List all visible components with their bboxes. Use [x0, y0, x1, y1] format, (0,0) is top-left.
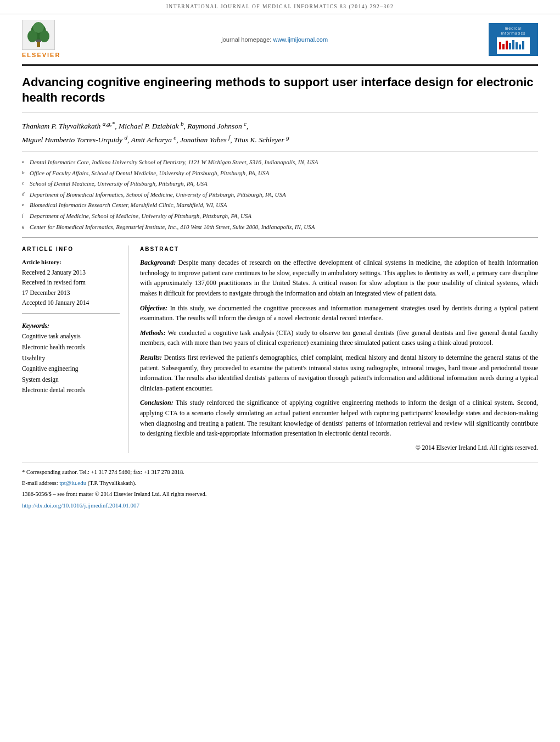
doi-line: http://dx.doi.org/10.1016/j.ijmedinf.201…: [22, 501, 538, 511]
background-label: Background:: [140, 259, 176, 266]
article-content: Advancing cognitive engineering methods …: [0, 66, 560, 523]
keyword-4: Cognitive engineering: [22, 364, 120, 375]
journal-homepage: journal homepage: www.ijmijournal.com: [221, 36, 328, 44]
article-history: Article history: Received 2 January 2013…: [22, 258, 120, 308]
affil-a: a Dental Informatics Core, Indiana Unive…: [22, 158, 538, 168]
journal-citation: INTERNATIONAL JOURNAL OF MEDICAL INFORMA…: [166, 4, 394, 9]
svg-rect-8: [499, 42, 501, 49]
svg-rect-12: [512, 40, 514, 49]
header-logos: ELSEVIER journal homepage: www.ijmijourn…: [0, 14, 560, 64]
affil-b: b Office of Faculty Affairs, School of D…: [22, 169, 538, 178]
affil-f: f Department of Medicine, School of Medi…: [22, 211, 538, 221]
objective-text: In this study, we documented the cogniti…: [140, 304, 538, 322]
conclusion-para: Conclusion: This study reinforced the si…: [140, 398, 538, 438]
affiliations: a Dental Informatics Core, Indiana Unive…: [22, 158, 538, 232]
page: INTERNATIONAL JOURNAL OF MEDICAL INFORMA…: [0, 0, 560, 742]
svg-rect-10: [506, 41, 508, 49]
history-label: Article history:: [22, 258, 120, 267]
mi-logo: medical informatics: [489, 23, 538, 56]
mi-logo-line1: medical: [497, 26, 530, 31]
revised-label: Received in revised form: [22, 277, 120, 287]
affil-sup-g: g: [22, 222, 27, 232]
affil-e: e Biomedical Informatics Research Center…: [22, 200, 538, 210]
mi-logo-line2: informatics: [497, 31, 530, 36]
revised-date: 17 December 2013: [22, 288, 120, 298]
email-suffix: (T.P. Thyvalikakath).: [86, 480, 136, 486]
article-info-column: ARTICLE INFO Article history: Received 2…: [22, 246, 129, 453]
keyword-5: System design: [22, 375, 120, 386]
results-label: Results:: [140, 354, 162, 361]
svg-rect-14: [519, 44, 521, 49]
homepage-label: journal homepage:: [221, 36, 271, 43]
methods-text: We conducted a cognitive task analysis (…: [140, 329, 538, 347]
background-text: Despite many decades of research on the …: [140, 259, 538, 297]
affil-d: d Department of Biomedical Informatics, …: [22, 190, 538, 200]
affil-sup-f: f: [22, 211, 27, 221]
affil-sup-e: e: [22, 200, 27, 210]
affil-divider: [22, 237, 538, 238]
svg-rect-11: [509, 43, 511, 49]
svg-rect-13: [516, 42, 518, 49]
author-torres: Miguel Humberto Torres-Urquidy d,: [22, 136, 129, 144]
results-text: Dentists first reviewed the patient's de…: [140, 354, 538, 392]
conclusion-text: This study reinforced the significance o…: [140, 399, 538, 437]
corresponding-note: * Corresponding author. Tel.: +1 317 274…: [22, 468, 538, 477]
author-dziabiak: Michael P. Dziabiak b,: [119, 122, 186, 130]
affil-sup-a: a: [22, 158, 27, 168]
affil-text-a: Dental Informatics Core, Indiana Univers…: [30, 158, 318, 168]
homepage-link[interactable]: www.ijmijournal.com: [273, 36, 328, 43]
conclusion-label: Conclusion:: [140, 399, 173, 406]
mi-logo-graphic: [498, 38, 529, 53]
affil-text-g: Center for Biomedical Informatics, Regen…: [30, 222, 315, 232]
elsevier-logo: ELSEVIER: [22, 20, 60, 59]
svg-rect-6: [36, 40, 41, 42]
methods-para: Methods: We conducted a cognitive task a…: [140, 328, 538, 348]
title-divider: [22, 113, 538, 113]
abstract-label-header: ABSTRACT: [140, 246, 538, 253]
info-divider: [22, 313, 120, 314]
methods-label: Methods:: [140, 329, 166, 337]
keyword-1: Cognitive task analysis: [22, 331, 120, 342]
objective-label: Objective:: [140, 304, 167, 312]
affil-text-e: Biomedical Informatics Research Center, …: [30, 200, 227, 210]
copyright-notice: © 2014 Elsevier Ireland Ltd. All rights …: [140, 443, 538, 453]
email-label: E-mail address:: [22, 480, 58, 486]
abstract-column: ABSTRACT Background: Despite many decade…: [140, 246, 538, 453]
svg-rect-15: [522, 41, 524, 49]
author-yabes: Jonathan Yabes f,: [180, 136, 232, 144]
affil-sup-c: c: [22, 179, 27, 189]
keywords-label: Keywords:: [22, 321, 120, 330]
affil-text-d: Department of Biomedical Informatics, Sc…: [30, 190, 286, 200]
authors-divider: [22, 152, 538, 152]
results-para: Results: Dentists first reviewed the pat…: [140, 353, 538, 393]
author-johnson: Raymond Johnson c,: [187, 122, 248, 130]
keywords-section: Keywords: Cognitive task analysis Electr…: [22, 321, 120, 395]
accepted-date: Accepted 10 January 2014: [22, 298, 120, 308]
keyword-6: Electronic dental records: [22, 385, 120, 396]
objective-para: Objective: In this study, we documented …: [140, 303, 538, 323]
email-link[interactable]: tpt@iu.edu: [59, 479, 86, 486]
received-date: Received 2 January 2013: [22, 267, 120, 277]
svg-rect-9: [502, 44, 505, 49]
elsevier-wordmark: ELSEVIER: [22, 51, 60, 59]
journal-top-bar: INTERNATIONAL JOURNAL OF MEDICAL INFORMA…: [0, 0, 560, 14]
keyword-2: Electronic health records: [22, 342, 120, 353]
article-title: Advancing cognitive engineering methods …: [22, 75, 538, 106]
elsevier-tree-svg: [23, 21, 54, 49]
doi-link[interactable]: http://dx.doi.org/10.1016/j.ijmedinf.201…: [22, 502, 139, 509]
abstract-text: Background: Despite many decades of rese…: [140, 258, 538, 453]
article-footer: * Corresponding author. Tel.: +1 317 274…: [22, 462, 538, 511]
author-schleyer: Titus K. Schleyer g: [234, 136, 289, 144]
author-thyvalikakath: Thankam P. Thyvalikakath a,g,*,: [22, 122, 117, 130]
issn-note: 1386-5056/$ – see front matter © 2014 El…: [22, 490, 538, 499]
affil-c: c School of Dental Medicine, University …: [22, 179, 538, 189]
affil-sup-d: d: [22, 190, 27, 200]
elsevier-tree-image: [22, 20, 55, 50]
affil-text-b: Office of Faculty Affairs, School of Den…: [30, 169, 269, 178]
affil-text-f: Department of Medicine, School of Medici…: [30, 211, 251, 221]
affil-text-c: School of Dental Medicine, University of…: [30, 179, 208, 189]
two-column-section: ARTICLE INFO Article history: Received 2…: [22, 246, 538, 453]
article-info-label: ARTICLE INFO: [22, 246, 120, 253]
affil-sup-b: b: [22, 169, 27, 178]
svg-point-5: [33, 22, 44, 33]
